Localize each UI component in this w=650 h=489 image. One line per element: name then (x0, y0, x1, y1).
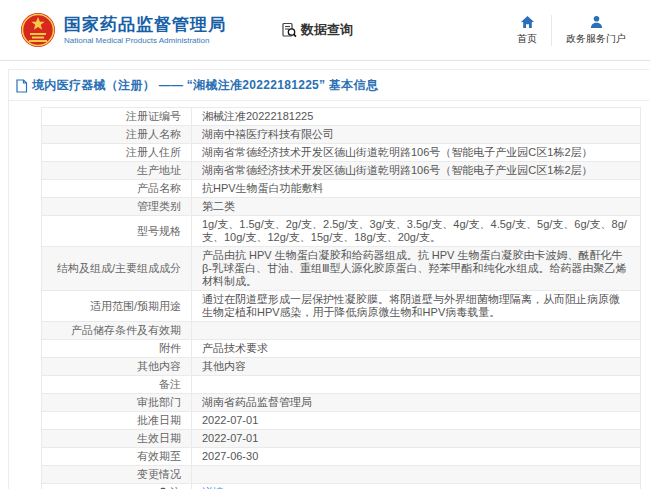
row-value (192, 376, 641, 394)
table-row: 管理类别第二类 (42, 198, 641, 216)
row-label: 注 (42, 484, 192, 489)
row-value: 1g/支、1.5g/支、2g/支、2.5g/支、3g/支、3.5g/支、4g/支… (192, 216, 641, 247)
top-header: 国家药品监督管理局 National Medical Products Admi… (0, 0, 650, 61)
table-row: 生效日期2022-07-01 (42, 430, 641, 448)
table-row: 产品名称抗HPV生物蛋白功能敷料 (42, 180, 641, 198)
row-label: 注册人住所 (42, 144, 192, 162)
row-value: 产品技术要求 (192, 340, 641, 358)
row-value: 湖南省常德经济技术开发区德山街道乾明路106号（智能电子产业园C区1栋2层） (192, 162, 641, 180)
table-row: 适用范围/预期用途通过在阴道壁形成一层保护性凝胶膜。将阴道壁与外界细菌物理隔离，… (42, 291, 641, 322)
org-name-en: National Medical Products Administration (64, 35, 226, 46)
row-value: 详情 (192, 484, 641, 489)
row-label: 管理类别 (42, 198, 192, 216)
page-title-bar: 境内医疗器械（注册） —— “湘械注准20222181225” 基本信息 (9, 70, 649, 101)
header-nav: 首页 政务服务门户 (503, 15, 640, 46)
table-row: 审批部门湖南省药品监督管理局 (42, 394, 641, 412)
row-value: 湖南中禧医疗科技有限公司 (192, 126, 641, 144)
table-row: 结构及组成/主要组成成分产品由抗 HPV 生物蛋白凝胶和给药器组成。抗 HPV … (42, 247, 641, 291)
nmpa-logo[interactable]: 国家药品监督管理局 National Medical Products Admi… (20, 10, 226, 50)
row-value: 2022-07-01 (192, 412, 641, 430)
nav-home-label: 首页 (517, 32, 537, 46)
table-row: 生产地址湖南省常德经济技术开发区德山街道乾明路106号（智能电子产业园C区1栋2… (42, 162, 641, 180)
content-card: 境内医疗器械（注册） —— “湘械注准20222181225” 基本信息 注册证… (8, 69, 649, 489)
table-row: 型号规格1g/支、1.5g/支、2g/支、2.5g/支、3g/支、3.5g/支、… (42, 216, 641, 247)
row-value: 其他内容 (192, 358, 641, 376)
row-label: 备注 (42, 376, 192, 394)
row-label: 产品储存条件及有效期 (42, 322, 192, 340)
document-icon (15, 79, 28, 93)
table-row: 批准日期2022-07-01 (42, 412, 641, 430)
row-value: 通过在阴道壁形成一层保护性凝胶膜。将阴道壁与外界细菌物理隔离，从而阻止病原微生物… (192, 291, 641, 322)
document-search-icon (281, 22, 297, 38)
row-value: 2027-06-30 (192, 448, 641, 466)
table-row: 注册人名称湖南中禧医疗科技有限公司 (42, 126, 641, 144)
row-label: 批准日期 (42, 412, 192, 430)
nav-item-home[interactable]: 首页 (503, 15, 551, 46)
nav-item-gov-portal[interactable]: 政务服务门户 (551, 15, 640, 46)
table-row: 注详情 (42, 484, 641, 489)
row-label: 有效期至 (42, 448, 192, 466)
row-value: 湖南省药品监督管理局 (192, 394, 641, 412)
row-label: 结构及组成/主要组成成分 (42, 247, 192, 291)
org-name-cn: 国家药品监督管理局 (64, 15, 226, 35)
row-value: 湘械注准20222181225 (192, 108, 641, 126)
table-row: 备注 (42, 376, 641, 394)
row-value (192, 466, 641, 484)
row-label: 产品名称 (42, 180, 192, 198)
user-icon (589, 15, 604, 29)
table-row: 变更情况 (42, 466, 641, 484)
table-row: 其他内容其他内容 (42, 358, 641, 376)
row-label: 附件 (42, 340, 192, 358)
nav-gov-portal-label: 政务服务门户 (566, 32, 626, 46)
row-value: 产品由抗 HPV 生物蛋白凝胶和给药器组成。抗 HPV 生物蛋白凝胶由卡波姆、酰… (192, 247, 641, 291)
registration-info-table: 注册证编号湘械注准20222181225注册人名称湖南中禧医疗科技有限公司注册人… (41, 107, 641, 489)
home-icon (520, 15, 535, 29)
table-row: 注册人住所湖南省常德经济技术开发区德山街道乾明路106号（智能电子产业园C区1栋… (42, 144, 641, 162)
row-label: 注册证编号 (42, 108, 192, 126)
row-label: 适用范围/预期用途 (42, 291, 192, 322)
row-label: 注册人名称 (42, 126, 192, 144)
table-row: 注册证编号湘械注准20222181225 (42, 108, 641, 126)
info-table-wrap: 注册证编号湘械注准20222181225注册人名称湖南中禧医疗科技有限公司注册人… (9, 101, 649, 489)
row-label: 其他内容 (42, 358, 192, 376)
data-query-tab[interactable]: 数据查询 (281, 21, 353, 39)
row-label: 生产地址 (42, 162, 192, 180)
row-value: 抗HPV生物蛋白功能敷料 (192, 180, 641, 198)
national-emblem-icon (20, 10, 56, 50)
row-label: 变更情况 (42, 466, 192, 484)
page-title: 境内医疗器械（注册） —— “湘械注准20222181225” 基本信息 (32, 77, 378, 94)
table-row: 附件产品技术要求 (42, 340, 641, 358)
data-query-label: 数据查询 (301, 21, 353, 39)
org-names: 国家药品监督管理局 National Medical Products Admi… (64, 15, 226, 46)
table-row: 有效期至2027-06-30 (42, 448, 641, 466)
row-value: 第二类 (192, 198, 641, 216)
table-row: 产品储存条件及有效期 (42, 322, 641, 340)
row-label: 审批部门 (42, 394, 192, 412)
row-label: 生效日期 (42, 430, 192, 448)
row-value: 2022-07-01 (192, 430, 641, 448)
row-label: 型号规格 (42, 216, 192, 247)
row-value: 湖南省常德经济技术开发区德山街道乾明路106号（智能电子产业园C区1栋2层） (192, 144, 641, 162)
row-value (192, 322, 641, 340)
